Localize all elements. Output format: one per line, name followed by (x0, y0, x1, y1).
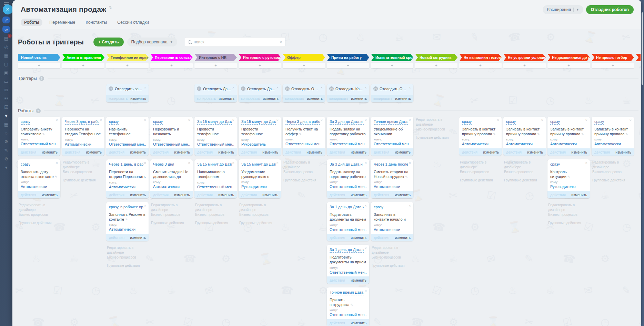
robot-card[interactable]: ×сразуЗаполнить дату отклика в контакте✎… (18, 159, 60, 198)
robot-delay-link[interactable]: За 15 минут до Дата в... (197, 119, 232, 125)
robot-delay-link[interactable]: Через 3 дня, в рабоче... (285, 119, 320, 125)
robot-recipient-link[interactable]: Автоматически (462, 142, 499, 146)
robot-card[interactable]: ×сразуОтправить анкету соискателю✎кому:О… (18, 117, 60, 156)
robot-delay-link[interactable]: сразу, в рабочее время (109, 204, 143, 210)
robot-actions-link[interactable]: действия (153, 150, 169, 154)
group-actions-link[interactable]: Групповые действия (460, 178, 501, 183)
copy-link[interactable]: копировать (109, 96, 128, 101)
robot-recipient-link[interactable]: Ответственный мен... (330, 228, 366, 232)
robot-recipient-link[interactable]: Автоматически (374, 185, 411, 189)
robot-card[interactable]: ×За 1 день до Дата и вр...Подготовить до… (327, 245, 369, 284)
robot-delay-link[interactable]: сразу (506, 119, 516, 125)
close-icon[interactable]: × (232, 118, 234, 122)
business-processes-link[interactable]: Бизнес-процессов (151, 212, 192, 217)
robot-card[interactable]: ×За 15 минут до Дата в...Провести телефо… (239, 117, 281, 156)
tab-роботы[interactable]: Роботы (21, 19, 42, 26)
robot-recipient-link[interactable]: Руководителю (550, 185, 587, 189)
edit-in-designer-link[interactable]: Редактировать в дизайнере (548, 203, 589, 212)
robot-card[interactable]: ×За 3 дня до Дата и вре...Подать заявку … (327, 159, 369, 198)
close-icon[interactable]: × (409, 86, 411, 90)
robot-delay-link[interactable]: сразу (21, 119, 30, 125)
robot-recipient-link[interactable]: Ответственный мен... (153, 142, 190, 146)
calendar-icon[interactable]: ▦ (2, 52, 10, 59)
robot-delay-link[interactable]: Через 1 день после Д... (374, 162, 408, 167)
robot-edit-link[interactable]: изменить (262, 193, 278, 197)
share-icon[interactable]: ↗ (2, 17, 10, 23)
robot-recipient-link[interactable]: Ответственный мен... (374, 142, 411, 146)
designer-note-links[interactable]: Редактировать в дизайнереБизнес-процессо… (503, 159, 546, 183)
robot-actions-link[interactable]: действия (109, 150, 124, 154)
edit-in-designer-link[interactable]: Редактировать в дизайнере (592, 160, 633, 170)
robot-edit-link[interactable]: изменить (483, 150, 499, 154)
business-processes-link[interactable]: Бизнес-процессов (548, 212, 589, 217)
add-robot-button[interactable]: + (327, 63, 369, 68)
robot-card[interactable]: ×сразуЗаписать в контакт причину провала… (547, 117, 590, 156)
chat-icon[interactable]: ◌ (2, 130, 10, 136)
robot-edit-link[interactable]: изменить (306, 150, 322, 154)
group-actions-link[interactable]: Групповые действия (548, 221, 589, 225)
edit-in-designer-link[interactable]: Редактировать в дизайнере (239, 203, 280, 212)
robot-delay-link[interactable]: Через 3 дня (153, 162, 174, 167)
robot-delay-link[interactable]: сразу (550, 119, 560, 125)
automation-icon[interactable]: ⚙ (2, 138, 10, 145)
copy-link[interactable]: копировать (329, 96, 348, 101)
designer-note-links[interactable]: Редактировать в дизайнереБизнес-процессо… (371, 245, 413, 268)
robot-recipient-link[interactable]: Автоматически (109, 185, 146, 189)
robot-edit-link[interactable]: изменить (351, 150, 366, 154)
robot-card[interactable]: ×Через 1 день, в рабоч...Перенести на ст… (106, 159, 149, 198)
close-icon[interactable]: × (56, 161, 58, 165)
robot-recipient-link[interactable]: Ответственный мен... (197, 142, 234, 146)
robot-actions-link[interactable]: действия (153, 193, 169, 197)
business-processes-link[interactable]: Бизнес-процессов (504, 170, 545, 175)
robot-recipient-link[interactable]: Ответственный мен... (109, 142, 146, 146)
designer-note-links[interactable]: Редактировать в дизайнереБизнес-процессо… (150, 202, 193, 225)
add-robot-button[interactable]: + (150, 63, 193, 68)
calendar2-icon[interactable]: ▦ (2, 121, 10, 127)
robot-delay-link[interactable]: За 15 минут до Дата в... (197, 162, 232, 167)
close-icon[interactable]: × (100, 118, 102, 122)
edit-link[interactable]: изменить (307, 96, 323, 101)
robot-actions-link[interactable]: действия (374, 235, 389, 240)
edit-in-designer-link[interactable]: Редактировать в дизайнере (460, 160, 501, 170)
robot-edit-link[interactable]: изменить (395, 193, 411, 197)
robot-edit-link[interactable]: изменить (174, 150, 190, 154)
close-icon[interactable]: × (497, 118, 499, 122)
designer-note-links[interactable]: Редактировать в дизайнереБизнес-процессо… (459, 159, 502, 183)
business-processes-link[interactable]: Бизнес-процессов (460, 170, 501, 175)
robot-delay-link[interactable]: сразу (153, 119, 163, 125)
stage-chip[interactable]: Не дозвонились до со... (547, 54, 590, 61)
robot-edit-link[interactable]: изменить (130, 235, 146, 240)
robot-recipient-link[interactable]: Автоматически (65, 142, 102, 146)
add-robot-button[interactable]: + (592, 63, 634, 68)
close-icon[interactable]: × (585, 118, 587, 122)
edit-link[interactable]: изменить (395, 96, 411, 101)
robot-actions-link[interactable]: действия (550, 150, 566, 154)
business-processes-link[interactable]: Бизнес-процессов (195, 212, 236, 217)
add-robot-button[interactable]: + (239, 63, 281, 68)
search-input[interactable] (194, 40, 280, 44)
edit-in-designer-link[interactable]: Редактировать в дизайнере (195, 203, 236, 212)
group-actions-link[interactable]: Групповые действия (504, 178, 545, 183)
robot-edit-link[interactable]: изменить (571, 193, 587, 197)
stage-chip[interactable]: Не устроили условия (503, 54, 546, 61)
group-actions-link[interactable]: Групповые действия (195, 221, 236, 225)
stage-chip[interactable]: Не прошел отбор (592, 54, 634, 61)
robot-card[interactable]: ×Точное время Дата и ...Принять сотрудни… (327, 287, 369, 326)
business-processes-link[interactable]: Бизнес-процессов (63, 170, 104, 175)
edit-pencil-icon[interactable]: ✎ (537, 133, 540, 136)
robot-actions-link[interactable]: действия (330, 321, 345, 325)
stage-chip[interactable]: Телефонное интервью (106, 54, 149, 61)
robot-delay-link[interactable]: За 15 минут до Дата в... (241, 119, 276, 125)
edit-in-designer-link[interactable]: Редактировать в дизайнере (283, 160, 324, 170)
add-robot-button[interactable]: + (459, 63, 502, 68)
robot-delay-link[interactable]: Через 3 дня, в рабоче... (65, 119, 99, 125)
close-icon[interactable]: × (56, 118, 58, 122)
robot-recipient-link[interactable]: Автоматически (21, 185, 58, 189)
robot-edit-link[interactable]: изменить (571, 150, 587, 154)
edit-pencil-icon[interactable]: ✎ (625, 133, 628, 136)
close-icon[interactable]: × (144, 161, 146, 165)
robot-actions-link[interactable]: действия (550, 193, 566, 197)
business-processes-link[interactable]: Бизнес-процессов (592, 170, 633, 175)
funnel-select-button[interactable]: Подбор персонала ▼ (127, 38, 177, 46)
robot-recipient-link[interactable]: Автоматически (550, 142, 587, 146)
